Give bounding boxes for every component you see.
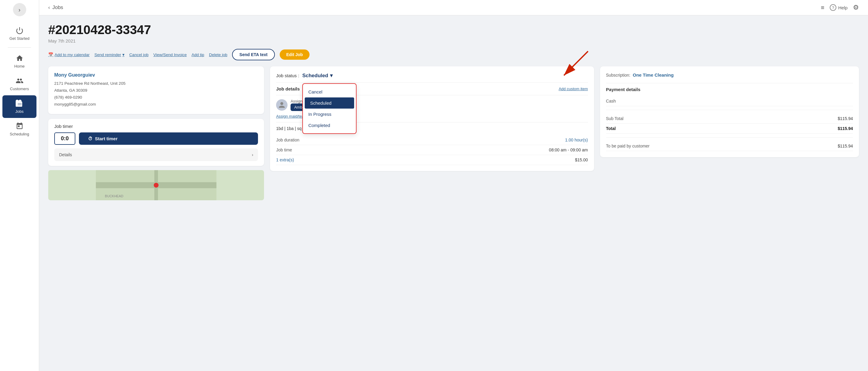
action-bar: 📅 Add to my calendar Send reminder ▾ Can… (48, 49, 859, 60)
timer-card: Job timer 0:0 ⏱ Start timer Details › (48, 119, 264, 166)
job-status-card: Job status : Scheduled ▾ Cancel Schedule… (270, 66, 594, 171)
clock-icon: ⏱ (88, 136, 93, 141)
add-tip-link[interactable]: Add tip (192, 53, 204, 57)
job-time-value: 08:00 am - 09:00 am (549, 147, 588, 152)
customer-address1: 2171 Peachtree Rd Northeast, Unit 205 (54, 80, 258, 87)
svg-point-5 (154, 183, 158, 188)
svg-text:BUCKHEAD: BUCKHEAD (105, 194, 123, 198)
menu-icon-button[interactable]: ≡ (821, 4, 824, 11)
help-button[interactable]: ? Help (830, 4, 847, 11)
extras-value: $15.00 (575, 158, 588, 162)
dropdown-item-cancel[interactable]: Cancel (303, 86, 356, 97)
subtotal-value: $115.94 (838, 116, 853, 121)
settings-button[interactable]: ⚙ (853, 4, 859, 11)
scheduling-icon (16, 122, 24, 130)
power-icon (16, 27, 24, 34)
sidebar-toggle[interactable]: › (13, 3, 26, 16)
timer-row: 0:0 ⏱ Start timer (54, 133, 258, 145)
chevron-down-icon: ▾ (122, 52, 124, 57)
job-time-row: Job time 08:00 am - 09:00 am (276, 145, 588, 155)
to-be-paid-row: To be paid by customer $115.94 (606, 141, 853, 151)
cancel-job-link[interactable]: Cancel job (129, 53, 149, 57)
payment-method-row: Cash (606, 96, 853, 106)
right-column: Subscription: One Time Cleaning Payment … (600, 66, 859, 200)
status-dropdown-menu: Cancel Scheduled In Progress Completed (302, 83, 356, 134)
topbar-back[interactable]: ‹ Jobs (48, 4, 63, 10)
avatar (276, 99, 287, 111)
dropdown-item-in-progress[interactable]: In Progress (303, 109, 356, 120)
sidebar-item-label: Customers (10, 87, 29, 91)
details-label: Details (59, 152, 72, 157)
subtotal-label: Sub Total (606, 116, 624, 121)
to-be-paid-label: To be paid by customer (606, 144, 650, 148)
sidebar-item-home[interactable]: Home (0, 50, 39, 73)
total-label: Total (606, 126, 616, 131)
sidebar-item-get-started[interactable]: Get Started (0, 22, 39, 45)
subscription-label: Subscription: (606, 73, 630, 78)
customer-card: Mony Gueorguiev 2171 Peachtree Rd Northe… (48, 66, 264, 114)
job-date: May 7th 2021 (48, 38, 859, 44)
status-dropdown-button[interactable]: Scheduled ▾ (302, 73, 333, 79)
status-current-value: Scheduled (302, 73, 328, 79)
edit-job-button[interactable]: Edit Job (280, 50, 310, 60)
status-divider (276, 82, 588, 83)
gear-icon: ⚙ (853, 4, 859, 11)
view-send-invoice-link[interactable]: View/Send Invoice (153, 53, 187, 57)
status-dropdown-wrapper: Scheduled ▾ Cancel Scheduled In Progress… (302, 73, 333, 79)
calendar-icon: 📅 (48, 52, 53, 57)
sidebar-item-label: Get Started (9, 36, 29, 41)
sidebar-divider (8, 47, 31, 48)
topbar: ‹ Jobs ≡ ? Help ⚙ (39, 0, 868, 16)
job-number: #20210428-33347 (48, 23, 859, 37)
add-custom-item-link[interactable]: Add custom item (559, 87, 588, 91)
help-label: Help (838, 5, 847, 10)
timer-label: Job timer (54, 124, 258, 129)
dropdown-item-scheduled[interactable]: Scheduled (305, 97, 354, 109)
extras-row: 1 extra(s) $15.00 (276, 155, 588, 165)
subtotal-row: Sub Total $115.94 (606, 114, 853, 124)
customer-name[interactable]: Mony Gueorguiev (54, 73, 258, 78)
page-content: #20210428-33347 May 7th 2021 📅 Add to my… (39, 16, 868, 371)
left-column: Mony Gueorguiev 2171 Peachtree Rd Northe… (48, 66, 264, 200)
subscription-value: One Time Cleaning (632, 73, 674, 78)
details-chevron-icon: › (252, 152, 253, 157)
start-timer-button[interactable]: ⏱ Start timer (79, 133, 258, 145)
back-chevron-icon: ‹ (48, 4, 50, 10)
sidebar-item-label: Scheduling (10, 132, 29, 136)
middle-column: Job status : Scheduled ▾ Cancel Schedule… (270, 66, 594, 200)
customer-info: 2171 Peachtree Rd Northeast, Unit 205 At… (54, 80, 258, 108)
sidebar-item-jobs[interactable]: Jobs (2, 95, 36, 118)
sidebar-item-customers[interactable]: Customers (0, 73, 39, 95)
sidebar-item-scheduling[interactable]: Scheduling (0, 118, 39, 141)
dropdown-item-completed[interactable]: Completed (303, 120, 356, 131)
details-row[interactable]: Details › (54, 148, 258, 161)
main-content: ‹ Jobs ≡ ? Help ⚙ #20210428-33347 May 7t… (39, 0, 868, 371)
job-details-title: Job details (276, 86, 300, 91)
sidebar-item-label: Home (14, 64, 25, 68)
job-status-label: Job status : (276, 73, 299, 78)
delete-job-link[interactable]: Delete job (209, 53, 227, 57)
send-eta-button[interactable]: Send ETA text (232, 49, 275, 60)
sidebar-item-label: Jobs (16, 109, 24, 114)
payment-method-label: Cash (606, 98, 616, 104)
subscription-row: Subscription: One Time Cleaning (606, 73, 853, 78)
send-reminder-button[interactable]: Send reminder ▾ (94, 52, 124, 57)
customer-email: monygg85@gmail.com (54, 101, 258, 108)
map-graphic: BUCKHEAD (48, 170, 264, 200)
total-divider (606, 137, 853, 138)
job-duration-value: 1.00 hour(s) (565, 138, 588, 142)
columns-layout: Mony Gueorguiev 2171 Peachtree Rd Northe… (48, 66, 859, 200)
menu-icon: ≡ (821, 4, 824, 11)
total-row: Total $115.94 (606, 124, 853, 134)
topbar-actions: ≡ ? Help ⚙ (821, 4, 859, 11)
jobs-icon (16, 99, 24, 107)
add-to-calendar-button[interactable]: 📅 Add to my calendar (48, 52, 90, 57)
customer-address2: Atlanta, GA 30309 (54, 87, 258, 94)
page-header: #20210428-33347 May 7th 2021 (48, 23, 859, 44)
users-icon (16, 77, 24, 85)
home-icon (16, 54, 24, 62)
payment-title: Payment details (606, 87, 853, 92)
to-be-paid-value: $115.94 (838, 144, 853, 148)
sidebar: › Get Started Home Customers Jobs Schedu… (0, 0, 39, 371)
job-duration-row: Job duration 1.00 hour(s) (276, 135, 588, 145)
